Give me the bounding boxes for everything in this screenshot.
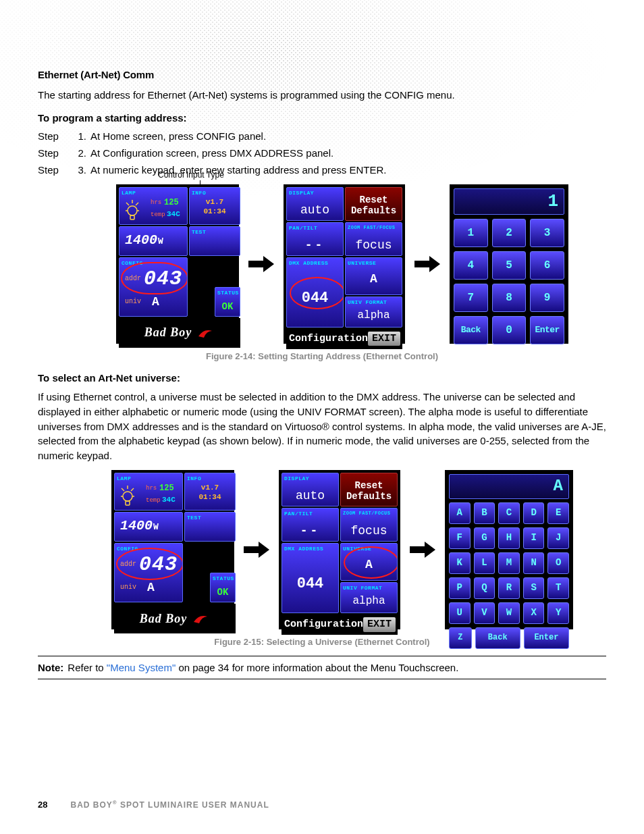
universe-panel[interactable]: UNIVERSEA bbox=[340, 543, 398, 581]
key-T[interactable]: T bbox=[547, 577, 569, 599]
svg-line-3 bbox=[126, 203, 129, 205]
test-panel[interactable]: TEST bbox=[189, 226, 240, 256]
univ-format-panel[interactable]: UNIV FORMATalpha bbox=[340, 582, 398, 613]
key-E[interactable]: E bbox=[547, 502, 569, 524]
note-label: Note: bbox=[38, 660, 63, 675]
key-O[interactable]: O bbox=[547, 552, 569, 574]
key-Y[interactable]: Y bbox=[547, 602, 569, 624]
manual-title: BAD BOY® SPOT LUMINAIRE USER MANUAL bbox=[70, 800, 269, 810]
svg-rect-8 bbox=[126, 501, 130, 505]
display-panel[interactable]: DISPLAYauto bbox=[286, 187, 344, 221]
step-1: Step1.At Home screen, press CONFIG panel… bbox=[38, 129, 606, 144]
figure-2-14-caption: Figure 2-14: Setting Starting Address (E… bbox=[38, 350, 606, 363]
page-footer: 28 BAD BOY® SPOT LUMINAIRE USER MANUAL bbox=[38, 800, 606, 810]
note-rule-top bbox=[38, 656, 606, 656]
pan-tilt-panel[interactable]: PAN/TILT-- bbox=[281, 508, 339, 542]
key-4[interactable]: 4 bbox=[454, 251, 488, 280]
key-back[interactable]: Back bbox=[454, 316, 488, 344]
svg-point-7 bbox=[123, 492, 132, 501]
universe-heading: To select an Art-Net universe: bbox=[38, 371, 606, 386]
svg-line-10 bbox=[122, 488, 124, 491]
info-panel[interactable]: INFOv1.701:34 bbox=[184, 473, 236, 511]
key-B[interactable]: B bbox=[474, 502, 495, 524]
key-X[interactable]: X bbox=[523, 602, 545, 624]
key-Q[interactable]: Q bbox=[474, 577, 495, 599]
key-6[interactable]: 6 bbox=[530, 251, 564, 280]
watt-panel[interactable]: 1400W bbox=[114, 512, 183, 542]
figure-2-15: LAMP hrs125 temp34C INFOv1.701:34 1400W … bbox=[38, 470, 606, 629]
key-I[interactable]: I bbox=[523, 527, 545, 549]
intro-text: The starting address for Ethernet (Art-N… bbox=[38, 88, 606, 103]
key-A[interactable]: A bbox=[449, 502, 471, 524]
key-7[interactable]: 7 bbox=[454, 284, 488, 312]
zoom-focus-panel[interactable]: ZOOM FAST/FOCUSfocus bbox=[345, 222, 402, 256]
key-G[interactable]: G bbox=[474, 527, 495, 549]
note-rule-bottom bbox=[38, 679, 606, 679]
key-U[interactable]: U bbox=[449, 602, 471, 624]
key-D[interactable]: D bbox=[523, 502, 545, 524]
key-C[interactable]: C bbox=[498, 502, 520, 524]
key-5[interactable]: 5 bbox=[492, 251, 527, 280]
config-panel[interactable]: CONFIG addr 043 univ A bbox=[119, 257, 188, 317]
arrow-right-icon bbox=[414, 256, 440, 272]
key-2[interactable]: 2 bbox=[492, 219, 527, 247]
pan-tilt-panel[interactable]: PAN/TILT-- bbox=[286, 222, 344, 256]
status-panel[interactable]: STATUS OK bbox=[215, 287, 240, 317]
note-text-pre: Refer to bbox=[68, 662, 107, 673]
dmx-address-panel[interactable]: DMX ADDRESS 044 bbox=[286, 257, 344, 328]
configuration-screen: DISPLAYauto ResetDefaults PAN/TILT-- ZOO… bbox=[284, 184, 405, 344]
key-H[interactable]: H bbox=[498, 527, 520, 549]
key-9[interactable]: 9 bbox=[530, 284, 564, 312]
key-J[interactable]: J bbox=[547, 527, 569, 549]
key-enter[interactable]: Enter bbox=[530, 316, 564, 344]
svg-line-4 bbox=[136, 203, 138, 205]
key-enter[interactable]: Enter bbox=[524, 627, 569, 649]
menu-system-link[interactable]: "Menu System" bbox=[107, 662, 176, 673]
key-L[interactable]: L bbox=[474, 552, 495, 574]
lamp-panel[interactable]: LAMP hrs125 temp34C bbox=[114, 473, 183, 511]
info-panel[interactable]: INFO v1.7 01:34 bbox=[189, 187, 240, 225]
key-P[interactable]: P bbox=[449, 577, 471, 599]
home-screen: LAMP hrs125 temp34C INFOv1.701:34 1400W … bbox=[111, 470, 234, 629]
config-panel[interactable]: CONFIG addr043 univA bbox=[114, 543, 183, 602]
page-number: 28 bbox=[38, 800, 47, 810]
lamp-panel[interactable]: LAMP hrs 125 temp bbox=[119, 187, 188, 225]
dmx-address-panel[interactable]: DMX ADDRESS044 bbox=[281, 543, 339, 613]
key-N[interactable]: N bbox=[523, 552, 545, 574]
program-heading: To program a starting address: bbox=[38, 111, 606, 126]
key-0[interactable]: 0 bbox=[492, 316, 527, 344]
key-1[interactable]: 1 bbox=[454, 219, 488, 247]
key-S[interactable]: S bbox=[523, 577, 545, 599]
univ-format-panel[interactable]: UNIV FORMATalpha bbox=[345, 296, 402, 328]
key-M[interactable]: M bbox=[498, 552, 520, 574]
test-panel[interactable]: TEST bbox=[184, 512, 236, 542]
key-V[interactable]: V bbox=[474, 602, 495, 624]
watt-panel[interactable]: 1400W bbox=[119, 226, 188, 256]
key-back[interactable]: Back bbox=[475, 627, 520, 649]
display-panel[interactable]: DISPLAYauto bbox=[281, 473, 339, 506]
zoom-focus-panel[interactable]: ZOOM FAST/FOCUSfocus bbox=[340, 508, 398, 542]
config-footer: ConfigurationEXIT bbox=[281, 615, 398, 635]
exit-button[interactable]: EXIT bbox=[368, 332, 400, 346]
key-F[interactable]: F bbox=[449, 527, 471, 549]
arrow-right-icon bbox=[244, 542, 269, 558]
note-text-post: on page 34 for more information about th… bbox=[176, 662, 458, 673]
reset-defaults-panel[interactable]: ResetDefaults bbox=[345, 187, 402, 221]
status-panel[interactable]: STATUSOK bbox=[210, 573, 236, 602]
keypad-readout: A bbox=[449, 474, 569, 499]
universe-panel[interactable]: UNIVERSEA bbox=[345, 257, 402, 295]
home-screen: LAMP hrs 125 temp bbox=[116, 184, 239, 344]
key-8[interactable]: 8 bbox=[492, 284, 527, 312]
key-W[interactable]: W bbox=[498, 602, 520, 624]
brand-swoosh-icon bbox=[192, 613, 210, 625]
lamp-icon bbox=[124, 197, 141, 221]
steps-list: Step1.At Home screen, press CONFIG panel… bbox=[38, 129, 606, 177]
exit-button[interactable]: EXIT bbox=[363, 617, 396, 632]
key-3[interactable]: 3 bbox=[530, 219, 564, 247]
key-R[interactable]: R bbox=[498, 577, 520, 599]
reset-defaults-panel[interactable]: ResetDefaults bbox=[340, 473, 398, 506]
svg-point-0 bbox=[128, 206, 137, 215]
step-3: Step3.At numeric keypad, enter new start… bbox=[38, 163, 606, 178]
key-K[interactable]: K bbox=[449, 552, 471, 574]
key-Z[interactable]: Z bbox=[449, 627, 472, 649]
